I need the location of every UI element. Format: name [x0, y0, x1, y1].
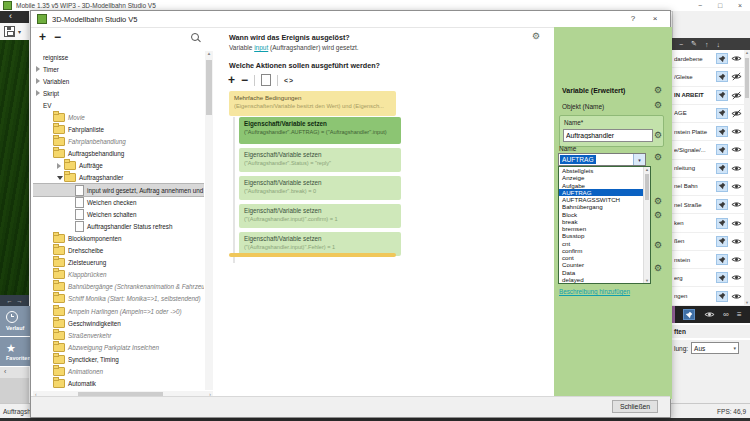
menu-icon[interactable]: ≡ — [737, 310, 742, 319]
tree-item[interactable]: Schiff Monika (Start: Monika=>1, selbste… — [33, 293, 204, 305]
pin-button[interactable] — [716, 53, 728, 64]
pin-button[interactable] — [716, 90, 728, 101]
pin-button[interactable] — [716, 108, 728, 119]
save-dropdown-caret[interactable]: ▾ — [18, 28, 21, 35]
add-description-link[interactable]: Beschreibung hinzufügen — [559, 288, 630, 295]
tree-item[interactable]: Timer — [33, 63, 63, 75]
visibility-toggle[interactable] — [730, 273, 743, 282]
tree-vertical-scrollbar[interactable]: ▲ — [205, 51, 213, 390]
action-block[interactable]: Eigenschaft/Variable setzen ("Auftragsha… — [239, 176, 401, 200]
pin-button[interactable] — [716, 291, 728, 302]
pin-button[interactable] — [716, 272, 728, 283]
tree-item[interactable]: Geschwindigkeiten — [33, 317, 125, 329]
minimize-button[interactable]: − — [690, 0, 710, 11]
scene-3d-view[interactable] — [0, 40, 29, 295]
layer-row[interactable]: /Gleise — [672, 68, 744, 86]
back-button[interactable]: ‹ — [0, 11, 29, 23]
visibility-toggle[interactable] — [730, 164, 743, 173]
layer-row[interactable]: nstein — [672, 251, 744, 269]
scrollbar-thumb[interactable] — [645, 174, 649, 200]
pin-button[interactable] — [716, 181, 728, 192]
layer-row[interactable]: nleitung — [672, 160, 744, 178]
copy-icon[interactable] — [261, 74, 271, 86]
layer-row[interactable]: nel Bahn — [672, 178, 744, 196]
tree-item[interactable]: Weichen checken — [33, 196, 141, 208]
pin-button[interactable] — [716, 163, 728, 174]
tree-item[interactable]: Straßenverkehr — [33, 329, 115, 341]
dropdown-option[interactable]: Busstop — [559, 232, 650, 239]
tree-item[interactable]: Fahrplanliste — [33, 124, 108, 136]
catalog-nav[interactable]: ← → — [0, 295, 29, 306]
dialog-titlebar[interactable]: 3D-Modellbahn Studio V5 ? × — [31, 11, 670, 28]
save-button[interactable]: ▾ — [0, 23, 29, 40]
add-event-button[interactable]: + — [39, 30, 46, 44]
object-name-input[interactable] — [563, 129, 653, 142]
maximize-button[interactable]: □ — [710, 0, 730, 11]
dropdown-option[interactable]: Abstellgleis — [559, 167, 650, 174]
expander-icon[interactable] — [57, 163, 64, 169]
remove-event-button[interactable]: − — [54, 30, 61, 44]
combo-gear-icon[interactable]: ⚙ — [654, 153, 662, 162]
dropdown-option[interactable]: AUFTRAGSSWITCH — [559, 196, 650, 203]
visibility-toggle[interactable] — [730, 145, 743, 154]
scrollbar-thumb[interactable] — [745, 58, 749, 98]
layer-row[interactable]: ßen — [672, 233, 744, 251]
add-action-button[interactable]: + — [228, 73, 235, 87]
dropdown-option[interactable]: AUFTRAG — [559, 189, 650, 196]
tree-item[interactable]: Klappbrücken — [33, 269, 111, 281]
trigger-gear-icon[interactable]: ⚙ — [532, 32, 540, 41]
tree-item[interactable]: Drehscheibe — [33, 245, 107, 257]
field-gear-icon[interactable]: ⚙ — [654, 264, 662, 273]
tree-item[interactable]: Auftragshandler Status refresh — [33, 220, 176, 232]
combo-dropdown-button[interactable]: ▾ — [633, 154, 645, 165]
layer-row[interactable]: AGE — [672, 105, 744, 123]
eye-icon[interactable] — [704, 310, 715, 319]
tree-item[interactable]: Automatik — [33, 378, 100, 390]
dropdown-option[interactable]: break — [559, 218, 650, 225]
close-dialog-button[interactable]: Schließen — [612, 400, 658, 413]
tree-item[interactable]: EV — [33, 99, 55, 111]
favorites-tile[interactable]: ★ Favoriten — [0, 337, 30, 366]
variable-link[interactable]: input — [254, 44, 268, 51]
name-gear-icon[interactable]: ⚙ — [654, 131, 662, 140]
setting-select[interactable]: Aus ▾ — [691, 342, 739, 354]
link-icon[interactable]: ∞ — [723, 310, 729, 319]
pin-button[interactable] — [716, 254, 728, 265]
remove-layer-button[interactable]: − — [679, 41, 683, 48]
condition-block[interactable]: Mehrfache Bedingungen (Eigenschaften/Var… — [229, 91, 396, 116]
tree-item[interactable]: Variablen — [33, 75, 73, 87]
dropdown-option[interactable]: bremsen — [559, 225, 650, 232]
dialog-close-button[interactable]: × — [644, 11, 666, 27]
help-button[interactable]: ? — [622, 11, 644, 27]
tree-item[interactable]: reignisse — [33, 51, 72, 63]
dropdown-option[interactable]: cnt — [559, 240, 650, 247]
dropdown-option[interactable]: Block — [559, 211, 650, 218]
layer-row[interactable]: nstein Platte — [672, 123, 744, 141]
tree-item[interactable]: Movie — [33, 111, 89, 123]
variable-combobox[interactable]: AUFTRAG ▾ — [558, 153, 646, 166]
move-layer-down-button[interactable]: ↓ — [716, 41, 720, 48]
visibility-toggle[interactable] — [730, 200, 743, 209]
layer-row[interactable]: IN ARBEIT — [672, 87, 744, 105]
pin-mode-button[interactable] — [683, 309, 695, 320]
dropdown-option[interactable]: Bahnübergang — [559, 203, 650, 210]
dropdown-scrollbar[interactable]: ▲ ▼ — [643, 167, 650, 283]
tree-item[interactable]: Auftragsbehandlung — [33, 148, 128, 160]
tree-item[interactable]: Fahrplanbehandlung — [33, 136, 130, 148]
close-button[interactable]: × — [730, 0, 750, 11]
dropdown-option[interactable]: delayed — [559, 276, 650, 283]
layer-row[interactable]: ken — [672, 214, 744, 232]
visibility-toggle[interactable] — [730, 72, 743, 81]
visibility-toggle[interactable] — [730, 109, 743, 118]
visibility-toggle[interactable] — [730, 127, 743, 136]
visibility-toggle[interactable] — [730, 54, 743, 63]
pin-button[interactable] — [716, 126, 728, 137]
panel-collapse-button[interactable]: ‹ — [0, 367, 29, 378]
expander-icon[interactable] — [36, 66, 43, 72]
tree-item[interactable]: Aufträge — [33, 160, 107, 172]
tree-item[interactable]: Auftragshandler — [33, 172, 127, 184]
visibility-toggle[interactable] — [730, 237, 743, 246]
layers-scrollbar[interactable]: ▲ ▼ — [744, 50, 750, 306]
layer-row[interactable]: dardebene — [672, 50, 744, 68]
dropdown-option[interactable]: Anzeige — [559, 174, 650, 181]
